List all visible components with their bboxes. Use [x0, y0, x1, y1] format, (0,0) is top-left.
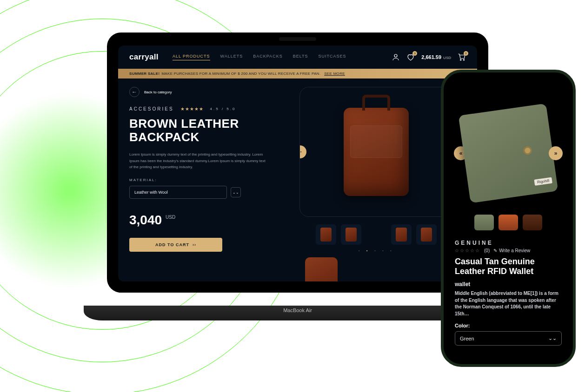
gallery-next-button[interactable]: »	[549, 146, 563, 160]
product-price: 3,040	[129, 213, 162, 228]
product-brand: GENUINE	[455, 240, 562, 246]
chevron-down-icon[interactable]: ⌄⌄	[231, 187, 241, 197]
svg-point-0	[394, 54, 397, 57]
main-nav: ALL PRODUCTS WALLETS BACKPACKS BELTS SUI…	[173, 54, 346, 60]
back-label: Back to category	[144, 90, 172, 94]
product-description: Middle English (abbreviated to ME[1]) is…	[455, 290, 562, 317]
price-currency: USD	[166, 215, 175, 220]
suitcase-graphic	[344, 108, 409, 196]
wallet-graphic: Rigohill	[459, 104, 558, 203]
thumbnail[interactable]	[499, 215, 518, 230]
thumbnail[interactable]	[523, 215, 542, 230]
product-rating: 4.5 / 5.0	[210, 107, 236, 111]
arrow-left-icon: ←	[129, 87, 140, 97]
laptop-screen: carryall ALL PRODUCTS WALLETS BACKPACKS …	[118, 46, 477, 281]
cart-icon[interactable]: 0	[458, 53, 466, 61]
product-title: BROWN LEATHER BACKPACK	[129, 117, 278, 144]
nav-backpacks[interactable]: BACKPACKS	[253, 54, 282, 60]
color-label: Color:	[455, 323, 562, 328]
material-select[interactable]: Leather with Wool	[129, 186, 227, 199]
balance-currency: USD	[443, 56, 451, 60]
thumbnail[interactable]	[416, 224, 437, 245]
add-to-cart-button[interactable]: ADD TO CART ››	[129, 238, 222, 252]
thumbnail[interactable]	[474, 215, 494, 230]
product-title: Casual Tan Genuine Leather RFID Wallet	[455, 257, 562, 276]
product-category: ACCESORIES	[129, 106, 174, 111]
nav-belts[interactable]: BELTS	[293, 54, 308, 60]
phone-screen: « Rigohill » GENUINE ☆☆☆☆☆ (0) ✎ Write a…	[450, 89, 566, 355]
svg-point-2	[463, 59, 464, 60]
promo-text: MAKE PURCHASES FOR A MINIMUM OF $ 200 AN…	[161, 72, 320, 76]
product-image-main: « Rigohill »	[455, 93, 562, 214]
wishlist-icon[interactable]: 0	[406, 53, 415, 61]
cart-badge: 0	[464, 51, 468, 56]
write-review-link[interactable]: ✎ Write a Review	[493, 248, 530, 253]
brand-logo[interactable]: carryall	[129, 52, 159, 62]
nav-all-products[interactable]: ALL PRODUCTS	[173, 54, 210, 60]
phone-mockup: « Rigohill » GENUINE ☆☆☆☆☆ (0) ✎ Write a…	[441, 70, 576, 367]
color-select[interactable]: Green ⌄⌄	[455, 331, 562, 346]
suitcase-graphic-small	[305, 257, 338, 281]
site-header: carryall ALL PRODUCTS WALLETS BACKPACKS …	[118, 46, 477, 69]
material-label: MATERIAL:	[129, 178, 278, 182]
nav-suitcases[interactable]: SUITCASES	[318, 54, 346, 60]
svg-point-1	[460, 59, 461, 60]
wallet-brand-tag: Rigohill	[534, 177, 552, 186]
gallery-prev-button[interactable]: ‹·	[299, 145, 306, 158]
star-icon: ☆☆☆☆☆	[455, 248, 480, 253]
thumbnail[interactable]	[316, 224, 336, 245]
wishlist-badge: 0	[412, 51, 417, 56]
pencil-icon: ✎	[493, 248, 497, 253]
back-to-category[interactable]: ← Back to category	[129, 87, 278, 97]
account-icon[interactable]	[392, 53, 400, 61]
gallery-thumbnails	[455, 215, 562, 230]
balance-amount: 2,661.59	[421, 54, 441, 60]
promo-prefix: SUMMER SALE!	[129, 72, 160, 76]
star-icon: ★★★★★	[180, 106, 204, 111]
chevron-down-icon: ⌄⌄	[548, 335, 557, 341]
nav-wallets[interactable]: WALLETS	[220, 54, 243, 60]
gallery-dots: • • • • •	[287, 248, 466, 253]
product-description: Lorem Ipsum is simply dummy text of the …	[129, 151, 269, 170]
balance-display: 2,661.59 USD	[421, 54, 451, 60]
promo-banner: SUMMER SALE! MAKE PURCHASES FOR A MINIMU…	[118, 69, 477, 78]
product-subtitle: wallet	[455, 281, 562, 287]
product-image-main: ‹· ·›	[299, 87, 453, 217]
promo-see-more[interactable]: SEE MORE	[324, 72, 345, 76]
gallery-thumbnails	[287, 224, 466, 245]
review-count: (0)	[484, 248, 490, 253]
thumbnail[interactable]	[341, 224, 361, 245]
thumbnail[interactable]	[391, 224, 412, 245]
